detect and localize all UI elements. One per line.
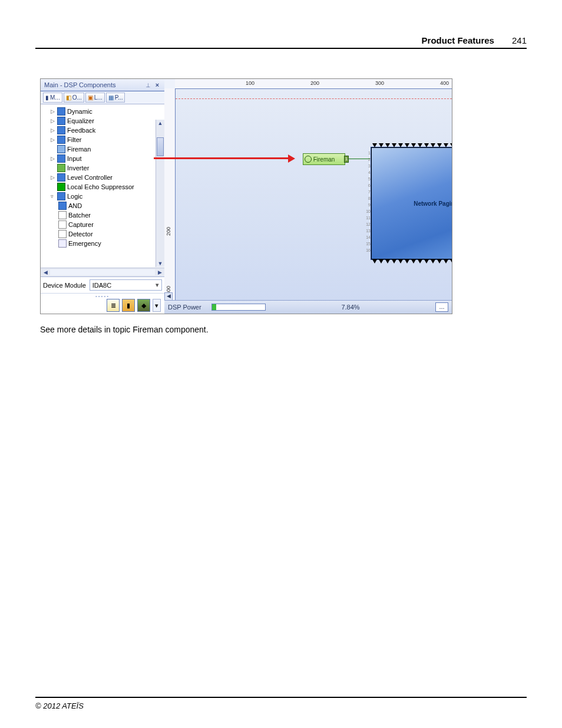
scroll-right-icon[interactable]: ▶ [156,269,163,275]
device-module-select[interactable]: IDA8C▾ [90,279,162,291]
close-icon[interactable]: × [154,81,161,88]
device-module-label: Device Module [43,282,86,289]
screenshot: Main - DSP Components ⟂ × ▮M... ◧O... ▣L… [40,78,452,314]
header-page-number: 241 [512,35,527,45]
scroll-up-icon[interactable]: ▲ [157,120,164,127]
tree-item[interactable]: Batcher [43,210,164,220]
figure-caption: See more details in topic Fireman compon… [40,325,527,334]
tree-item-logic[interactable]: ▿Logic [43,192,164,201]
components-panel: Main - DSP Components ⟂ × ▮M... ◧O... ▣L… [41,79,165,314]
guide-line [176,98,452,99]
tree-item[interactable]: ▷Dynamic [43,107,164,116]
status-bar: ◀ DSP Power 7.84% ... [164,300,452,314]
node-paging-label: Network Paging [371,200,452,207]
tool-btn-3[interactable]: ◆ [137,299,150,312]
tree-item[interactable]: ▷Level Controller [43,173,164,182]
tab-o[interactable]: ◧O... [64,93,84,103]
dsp-power-value: 7.84% [273,304,428,311]
page-header: Product Features 241 [35,35,527,49]
tab-m[interactable]: ▮M... [43,93,62,103]
canvas-scroll-left-icon[interactable]: ◀ [164,292,173,301]
page-footer: © 2012 ATEÏS [35,697,527,710]
node-network-paging[interactable]: 12345678910111213141516 M1M2M3M4M5M6M7M8… [371,147,452,260]
tab-p[interactable]: ▦P... [106,93,125,103]
tree-item[interactable]: Detector [43,229,164,239]
tree-item[interactable]: ▷Equalizer [43,116,164,126]
tree-item-fireman[interactable]: Fireman [43,144,164,154]
ruler-horizontal: 100 200 300 400 [175,79,452,89]
status-label: DSP Power [168,304,204,311]
tree-item[interactable]: ▷Input [43,154,164,163]
tree-vscrollbar[interactable]: ▲ ▼ [156,120,164,267]
tree-hscrollbar[interactable]: ◀ ▶ [41,268,164,276]
ruler-vertical: 200 300 [164,88,176,301]
tree-item[interactable]: Emergency [43,239,164,248]
drag-arrow [154,157,289,159]
tree-item[interactable]: ▷Feedback [43,126,164,135]
design-canvas[interactable]: 100 200 300 400 200 300 Fireman 1 [164,79,452,301]
marker-row [371,143,452,147]
panel-tabs: ▮M... ◧O... ▣L... ▦P... [41,91,164,104]
component-tree: ▷Dynamic ▷Equalizer ▷Feedback ▷Filter Fi… [41,104,164,268]
node-fireman-port[interactable]: 1 [344,156,349,163]
panel-title-text: Main - DSP Components [44,81,115,88]
device-module-row: Device Module IDA8C▾ [41,276,164,293]
chevron-down-icon: ▾ [156,281,159,289]
pin-icon[interactable]: ⟂ [144,81,151,88]
dsp-power-bar [211,304,266,311]
paging-ports-left: 12345678910111213141516 [365,150,371,253]
tree-item[interactable]: ▷Filter [43,135,164,144]
tree-item[interactable]: Local Echo Suppressor [43,182,164,192]
tool-btn-1[interactable]: ≣ [107,299,120,312]
panel-toolbar: ≣ ▮ ◆ ▾ [41,297,164,314]
scroll-down-icon[interactable]: ▼ [157,260,164,267]
tab-l[interactable]: ▣L... [85,93,105,103]
status-options-button[interactable]: ... [435,302,448,312]
tree-item[interactable]: Capturer [43,220,164,229]
node-fireman-label: Fireman [313,156,335,163]
scroll-left-icon[interactable]: ◀ [42,269,49,275]
header-title: Product Features [422,35,494,45]
scroll-thumb[interactable] [157,137,164,156]
marker-row [371,259,452,263]
tool-btn-2[interactable]: ▮ [122,299,135,312]
tool-dropdown[interactable]: ▾ [153,299,161,312]
panel-titlebar: Main - DSP Components ⟂ × [41,79,164,91]
tree-item[interactable]: Inverter [43,163,164,173]
node-fireman[interactable]: Fireman 1 [303,153,345,165]
ruler-corner [164,79,176,89]
panel-resize-grip[interactable]: ••••• [41,293,164,297]
tree-item[interactable]: AND [43,201,164,210]
